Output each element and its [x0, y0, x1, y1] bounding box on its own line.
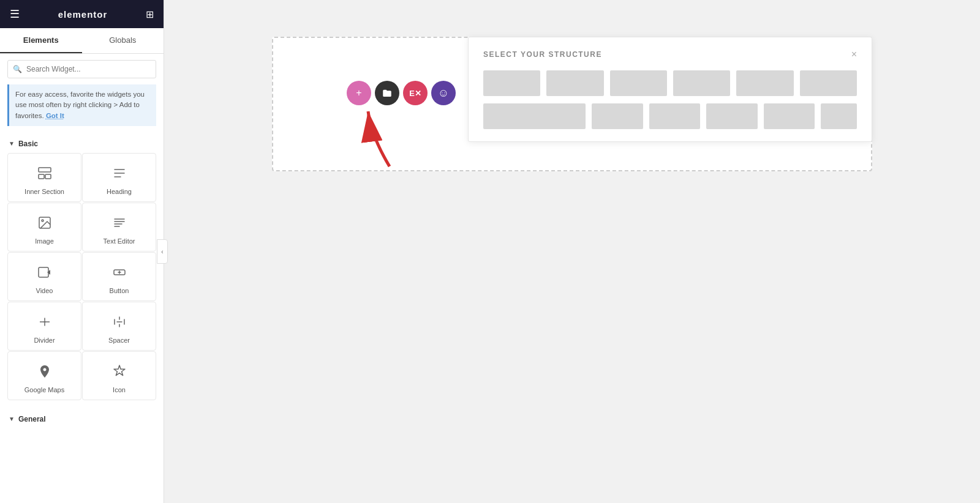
search-icon: 🔍	[13, 65, 22, 73]
section-general-arrow: ▼	[9, 415, 15, 422]
structure-col-1-3[interactable]	[610, 70, 667, 96]
user-button[interactable]: ☺	[431, 81, 456, 105]
widget-button-label: Button	[110, 287, 129, 294]
hamburger-icon[interactable]: ☰	[10, 7, 20, 21]
search-input[interactable]	[7, 60, 156, 78]
widgets-grid: Inner Section Heading Image	[0, 153, 164, 408]
tab-elements[interactable]: Elements	[0, 28, 82, 53]
sidebar-header: ☰ elementor ⊞	[0, 0, 164, 28]
structure-row-2	[483, 103, 857, 129]
structure-col-1-6[interactable]	[800, 70, 857, 96]
widget-spacer[interactable]: Spacer	[82, 302, 156, 351]
widget-heading-label: Heading	[107, 188, 132, 195]
search-bar: 🔍	[0, 54, 164, 84]
red-arrow	[353, 99, 402, 173]
collapse-sidebar-btn[interactable]: ‹	[157, 239, 164, 264]
structure-row-1	[483, 70, 857, 96]
widget-google-maps[interactable]: Google Maps	[7, 351, 81, 400]
sidebar-tabs: Elements Globals	[0, 28, 164, 54]
floating-toolbar: + E✕ ☺	[347, 81, 456, 105]
svg-rect-0	[39, 168, 51, 172]
spacer-icon	[110, 312, 129, 332]
widget-inner-section-label: Inner Section	[24, 188, 64, 195]
text-editor-icon	[110, 213, 129, 233]
svg-point-9	[43, 321, 45, 322]
widget-video[interactable]: Video	[7, 252, 81, 301]
divider-icon	[35, 312, 55, 332]
widget-spacer-label: Spacer	[108, 337, 130, 344]
widget-maps-label: Google Maps	[24, 386, 64, 393]
icon-icon	[110, 362, 129, 381]
widget-divider[interactable]: Divider	[7, 302, 81, 351]
sidebar-content: ▼ Basic Inner Section Heading	[0, 132, 164, 503]
structure-panel-title: SELECT YOUR STRUCTURE	[483, 50, 602, 59]
widget-video-label: Video	[36, 287, 53, 294]
widget-button[interactable]: Button	[82, 252, 156, 301]
video-icon	[35, 263, 55, 282]
widget-icon-label: Icon	[113, 386, 126, 393]
widget-image[interactable]: Image	[7, 203, 81, 252]
widget-text-editor-label: Text Editor	[104, 237, 135, 245]
widget-text-editor[interactable]: Text Editor	[82, 203, 156, 252]
elementor-button[interactable]: E✕	[403, 81, 428, 105]
structure-col-1-2[interactable]	[546, 70, 603, 96]
close-structure-panel-btn[interactable]: ×	[851, 50, 857, 59]
section-general-title: ▼ General	[0, 408, 164, 428]
structure-col-2-2[interactable]	[592, 103, 643, 129]
structure-panel: SELECT YOUR STRUCTURE ×	[468, 37, 872, 142]
widget-icon[interactable]: Icon	[82, 351, 156, 400]
image-icon	[35, 213, 55, 233]
structure-col-2-1[interactable]	[483, 103, 586, 129]
svg-point-4	[42, 220, 43, 222]
grid-icon[interactable]: ⊞	[146, 9, 154, 20]
structure-grid	[483, 70, 857, 129]
info-box: For easy access, favorite the widgets yo…	[7, 84, 156, 126]
main-canvas: + E✕ ☺ Drag widget here SE	[164, 0, 980, 503]
section-basic-title: ▼ Basic	[0, 132, 164, 153]
sidebar: ☰ elementor ⊞ Elements Globals 🔍 For eas…	[0, 0, 164, 503]
svg-rect-1	[39, 174, 44, 179]
svg-rect-2	[45, 174, 51, 179]
app-logo: elementor	[58, 9, 108, 20]
canvas-area: + E✕ ☺ Drag widget here SE	[272, 37, 872, 171]
widget-image-label: Image	[35, 237, 54, 245]
structure-panel-header: SELECT YOUR STRUCTURE ×	[483, 50, 857, 59]
maps-icon	[35, 362, 55, 381]
add-button[interactable]: +	[347, 81, 371, 105]
structure-col-2-6[interactable]	[821, 103, 857, 129]
structure-col-2-5[interactable]	[764, 103, 815, 129]
widget-divider-label: Divider	[34, 337, 55, 344]
structure-col-1-4[interactable]	[673, 70, 730, 96]
widget-heading[interactable]: Heading	[82, 153, 156, 202]
structure-col-1-5[interactable]	[736, 70, 793, 96]
structure-col-1-1[interactable]	[483, 70, 540, 96]
got-it-link[interactable]: Got It	[46, 112, 64, 119]
heading-icon	[110, 163, 129, 183]
folder-button[interactable]	[375, 81, 399, 105]
inner-section-icon	[35, 163, 55, 183]
structure-col-2-3[interactable]	[649, 103, 701, 129]
section-arrow: ▼	[9, 140, 15, 147]
structure-col-2-4[interactable]	[706, 103, 758, 129]
widget-inner-section[interactable]: Inner Section	[7, 153, 81, 202]
svg-rect-5	[39, 267, 48, 277]
tab-globals[interactable]: Globals	[82, 28, 164, 53]
button-icon	[110, 263, 129, 282]
